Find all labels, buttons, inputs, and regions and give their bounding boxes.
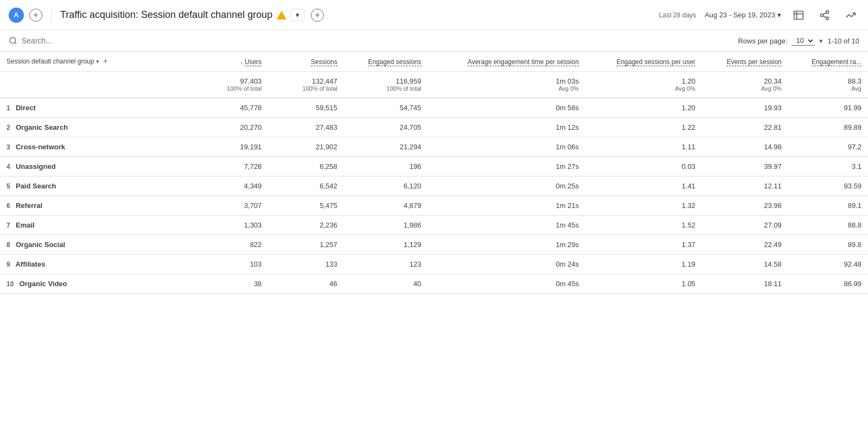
- col-header-users: ↓ Users: [193, 52, 268, 71]
- row-avg-engagement: 1m 21s: [428, 195, 586, 215]
- totals-row: 97,403 100% of total 132,447 100% of tot…: [0, 71, 868, 98]
- col-header-engaged-sessions: Engaged sessions: [344, 52, 428, 71]
- row-engaged-sessions: 24,705: [344, 117, 428, 137]
- row-engaged-sessions: 6,120: [344, 176, 428, 195]
- row-engagement-rate: 93.59: [788, 176, 868, 195]
- row-avg-engagement: 1m 12s: [428, 117, 586, 137]
- row-engaged-per-user: 1.11: [585, 137, 702, 156]
- row-sessions: 21,902: [268, 137, 343, 156]
- col-header-engagement-rate: Engagement ra...: [788, 52, 868, 71]
- table-row: 5 Paid Search 4,349 6,542 6,120 0m 25s 1…: [0, 176, 868, 195]
- row-sessions: 59,515: [268, 98, 343, 118]
- row-engagement-rate: 89.1: [788, 195, 868, 215]
- svg-point-5: [826, 17, 829, 20]
- row-engagement-rate: 89.89: [788, 117, 868, 137]
- rows-per-page-label: Rows per page:: [738, 37, 787, 45]
- row-engagement-rate: 3.1: [788, 156, 868, 176]
- row-avg-engagement: 1m 45s: [428, 215, 586, 235]
- row-engagement-rate: 92.48: [788, 254, 868, 274]
- row-channel: 2 Organic Search: [0, 117, 193, 137]
- row-engagement-rate: 89.8: [788, 235, 868, 254]
- add-comparison-button[interactable]: +: [311, 9, 324, 22]
- totals-avg-engagement: 1m 03s Avg 0%: [428, 71, 586, 98]
- rows-per-page-control: Rows per page: 10 25 50 ▾ 1-10 of 10: [738, 36, 859, 46]
- row-channel: 10 Organic Video: [0, 274, 193, 293]
- date-range[interactable]: Aug 23 - Sep 19, 2023 ▾: [705, 11, 781, 19]
- table-row: 2 Organic Search 20,270 27,483 24,705 1m…: [0, 117, 868, 137]
- row-avg-engagement: 0m 24s: [428, 254, 586, 274]
- row-engaged-per-user: 1.52: [585, 215, 702, 235]
- row-channel: 1 Direct: [0, 98, 193, 118]
- row-sessions: 1,257: [268, 235, 343, 254]
- svg-line-7: [823, 12, 826, 14]
- row-sessions: 6,542: [268, 176, 343, 195]
- search-bar: Rows per page: 10 25 50 ▾ 1-10 of 10: [0, 30, 868, 52]
- totals-label: [0, 71, 193, 98]
- row-engaged-sessions: 123: [344, 254, 428, 274]
- row-engaged-per-user: 1.22: [585, 117, 702, 137]
- row-channel: 7 Email: [0, 215, 193, 235]
- totals-engaged-sessions: 116,959 100% of total: [344, 71, 428, 98]
- row-users: 4,349: [193, 176, 268, 195]
- row-avg-engagement: 0m 25s: [428, 176, 586, 195]
- row-engagement-rate: 88.8: [788, 215, 868, 235]
- row-engagement-rate: 86.99: [788, 274, 868, 293]
- col-header-sessions: Sessions: [268, 52, 343, 71]
- add-col-icon[interactable]: +: [103, 56, 107, 65]
- row-sessions: 6,258: [268, 156, 343, 176]
- table-row: 3 Cross-network 19,191 21,902 21,294 1m …: [0, 137, 868, 156]
- row-engagement-rate: 91.99: [788, 98, 868, 118]
- pagination-label: 1-10 of 10: [827, 37, 859, 45]
- col-header-engaged-sessions-per-user: Engaged sessions per user: [585, 52, 702, 71]
- row-channel: 8 Organic Social: [0, 235, 193, 254]
- row-engaged-per-user: 1.37: [585, 235, 702, 254]
- rows-per-page-select[interactable]: 10 25 50: [792, 36, 815, 46]
- title-dropdown-button[interactable]: ▾: [291, 9, 304, 21]
- row-engaged-per-user: 1.05: [585, 274, 702, 293]
- add-tab-button[interactable]: +: [29, 9, 42, 22]
- row-channel: 3 Cross-network: [0, 137, 193, 156]
- insights-icon[interactable]: [842, 7, 859, 24]
- search-input[interactable]: [22, 36, 733, 45]
- row-engaged-per-user: 1.19: [585, 254, 702, 274]
- row-users: 20,270: [193, 117, 268, 137]
- page-title: Traffic acquisition: Session default cha…: [60, 9, 659, 22]
- row-sessions: 27,483: [268, 117, 343, 137]
- row-engaged-per-user: 1.32: [585, 195, 702, 215]
- row-engaged-sessions: 40: [344, 274, 428, 293]
- search-icon: [9, 36, 17, 45]
- row-users: 822: [193, 235, 268, 254]
- row-events-per-session: 39.97: [702, 156, 788, 176]
- svg-point-3: [826, 10, 829, 13]
- row-events-per-session: 14.58: [702, 254, 788, 274]
- row-avg-engagement: 1m 06s: [428, 137, 586, 156]
- row-channel: 5 Paid Search: [0, 176, 193, 195]
- table-row: 4 Unassigned 7,728 6,258 196 1m 27s 0.03…: [0, 156, 868, 176]
- row-avg-engagement: 0m 45s: [428, 274, 586, 293]
- row-events-per-session: 19.93: [702, 98, 788, 118]
- row-sessions: 133: [268, 254, 343, 274]
- row-events-per-session: 23.98: [702, 195, 788, 215]
- row-events-per-session: 22.81: [702, 117, 788, 137]
- row-events-per-session: 22.49: [702, 235, 788, 254]
- row-events-per-session: 18.11: [702, 274, 788, 293]
- row-users: 3,707: [193, 195, 268, 215]
- svg-line-9: [15, 42, 16, 44]
- divider: [51, 8, 52, 23]
- row-engaged-sessions: 196: [344, 156, 428, 176]
- chevron-down-icon: ▾: [819, 37, 823, 45]
- row-events-per-session: 14.98: [702, 137, 788, 156]
- row-channel: 9 Affiliates: [0, 254, 193, 274]
- totals-sessions: 132,447 100% of total: [268, 71, 343, 98]
- share-icon[interactable]: [816, 7, 833, 24]
- totals-events-per-session: 20.34 Avg 0%: [702, 71, 788, 98]
- date-label: Last 28 days: [659, 11, 696, 19]
- svg-point-4: [821, 14, 824, 16]
- top-right-actions: Last 28 days Aug 23 - Sep 19, 2023 ▾: [659, 7, 859, 24]
- filter-icon[interactable]: ▾: [96, 58, 99, 65]
- chart-icon[interactable]: [790, 7, 807, 24]
- row-channel: 6 Referral: [0, 195, 193, 215]
- col-header-avg-engagement: Average engagement time per session: [428, 52, 586, 71]
- row-engagement-rate: 97.2: [788, 137, 868, 156]
- top-bar: A + Traffic acquisition: Session default…: [0, 0, 868, 30]
